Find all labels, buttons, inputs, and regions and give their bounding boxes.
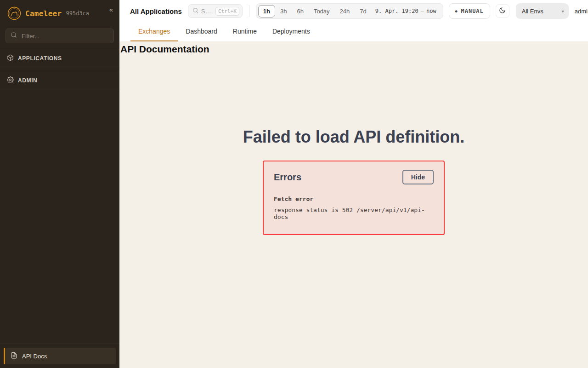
- status-dot-icon: ●: [455, 9, 458, 13]
- app-window: Cameleer 995d3ca « APPLICATIONS: [0, 0, 588, 368]
- time-range-group: 1h 3h 6h Today 24h 7d 9. Apr. 19:20—now: [256, 3, 443, 19]
- context-title: All Applications: [130, 7, 182, 15]
- manual-label: MANUAL: [461, 8, 483, 14]
- keyboard-shortcut-badge: Ctrl+K: [215, 7, 239, 16]
- dark-mode-toggle[interactable]: [496, 4, 509, 18]
- brand-name: Cameleer: [25, 9, 62, 18]
- sidebar: Cameleer 995d3ca « APPLICATIONS: [0, 0, 119, 368]
- time-range-7d[interactable]: 7d: [355, 5, 371, 17]
- cameleer-logo-icon[interactable]: [7, 6, 21, 20]
- tab-exchanges[interactable]: Exchanges: [130, 22, 178, 41]
- manual-refresh-button[interactable]: ● MANUAL: [449, 3, 490, 19]
- document-icon: [11, 352, 17, 360]
- time-from: 9. Apr. 19:20: [375, 8, 418, 14]
- errors-panel-header: Errors Hide: [274, 170, 434, 184]
- error-message: response status is 502 /server/api/v1/ap…: [274, 207, 434, 220]
- tab-dashboard[interactable]: Dashboard: [178, 22, 225, 41]
- build-version: 995d3ca: [66, 10, 89, 17]
- tab-runtime[interactable]: Runtime: [225, 22, 265, 41]
- main-column: All Applications S… Ctrl+K 1h 3h 6h Toda…: [119, 0, 588, 368]
- environment-select[interactable]: All Envs ▾: [516, 3, 569, 19]
- filter-input[interactable]: [21, 32, 109, 40]
- errors-panel-title: Errors: [274, 172, 301, 183]
- environment-select-value: All Envs: [522, 8, 543, 15]
- time-range-today[interactable]: Today: [309, 5, 335, 17]
- sidebar-item-label: APPLICATIONS: [18, 55, 62, 62]
- time-range-display[interactable]: 9. Apr. 19:20—now: [375, 8, 436, 14]
- time-range-6h[interactable]: 6h: [292, 5, 308, 17]
- user-name: admin: [575, 8, 588, 15]
- sidebar-item-api-docs[interactable]: API Docs: [4, 348, 116, 364]
- global-search-input[interactable]: S… Ctrl+K: [188, 4, 243, 18]
- time-range-3h[interactable]: 3h: [275, 5, 292, 17]
- page-title: API Documentation: [120, 44, 588, 55]
- topbar: All Applications S… Ctrl+K 1h 3h 6h Toda…: [119, 0, 588, 22]
- time-range-24h[interactable]: 24h: [335, 5, 355, 17]
- sidebar-footer: API Docs: [0, 344, 119, 368]
- hide-errors-button[interactable]: Hide: [402, 170, 434, 184]
- sidebar-collapse-icon[interactable]: «: [107, 5, 115, 14]
- sidebar-item-applications[interactable]: APPLICATIONS: [0, 50, 119, 67]
- sidebar-item-label: ADMIN: [18, 77, 37, 84]
- tab-deployments[interactable]: Deployments: [265, 22, 318, 41]
- errors-panel: Errors Hide Fetch error response status …: [263, 161, 445, 235]
- gear-icon: [7, 76, 14, 85]
- search-icon: [11, 32, 17, 40]
- sidebar-item-label: API Docs: [22, 353, 47, 360]
- chevron-down-icon: ▾: [562, 9, 564, 14]
- divider: [249, 5, 249, 17]
- time-range-1h[interactable]: 1h: [258, 5, 275, 17]
- sidebar-filter[interactable]: [6, 29, 114, 43]
- search-placeholder: S…: [201, 8, 213, 15]
- error-type: Fetch error: [274, 196, 434, 202]
- search-icon: [192, 7, 198, 15]
- time-to: now: [426, 8, 436, 14]
- tab-bar: Exchanges Dashboard Runtime Deployments: [119, 22, 588, 41]
- sidebar-header: Cameleer 995d3ca: [0, 0, 119, 25]
- package-icon: [7, 54, 14, 63]
- error-heading: Failed to load API definition.: [119, 127, 588, 147]
- content-area: API Documentation Failed to load API def…: [119, 41, 588, 368]
- time-separator: —: [421, 8, 424, 14]
- sidebar-item-admin[interactable]: ADMIN: [0, 72, 119, 89]
- moon-icon: [499, 7, 506, 15]
